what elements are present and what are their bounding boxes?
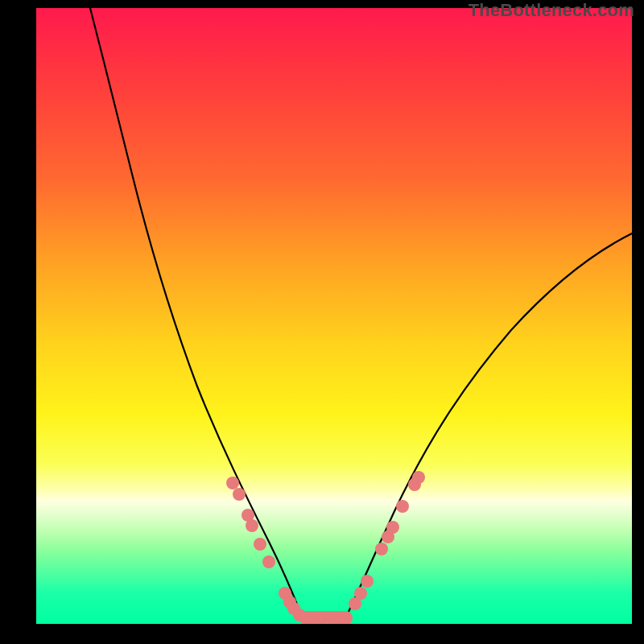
svg-point-17	[354, 587, 367, 600]
chart-frame: TheBottleneck.com	[0, 0, 644, 644]
curve-right	[346, 233, 632, 617]
svg-point-21	[386, 521, 399, 534]
svg-point-0	[226, 477, 239, 489]
data-points	[226, 471, 425, 624]
plot-area	[36, 8, 632, 624]
svg-point-3	[246, 519, 258, 532]
curve-left	[90, 8, 302, 617]
chart-svg	[36, 8, 632, 624]
svg-point-18	[361, 575, 374, 588]
svg-point-5	[262, 555, 275, 568]
svg-point-19	[375, 543, 388, 555]
svg-point-4	[254, 538, 266, 551]
svg-point-1	[233, 488, 246, 501]
attribution-text: TheBottleneck.com	[469, 0, 634, 21]
svg-point-22	[396, 500, 409, 513]
svg-point-24	[412, 471, 425, 484]
